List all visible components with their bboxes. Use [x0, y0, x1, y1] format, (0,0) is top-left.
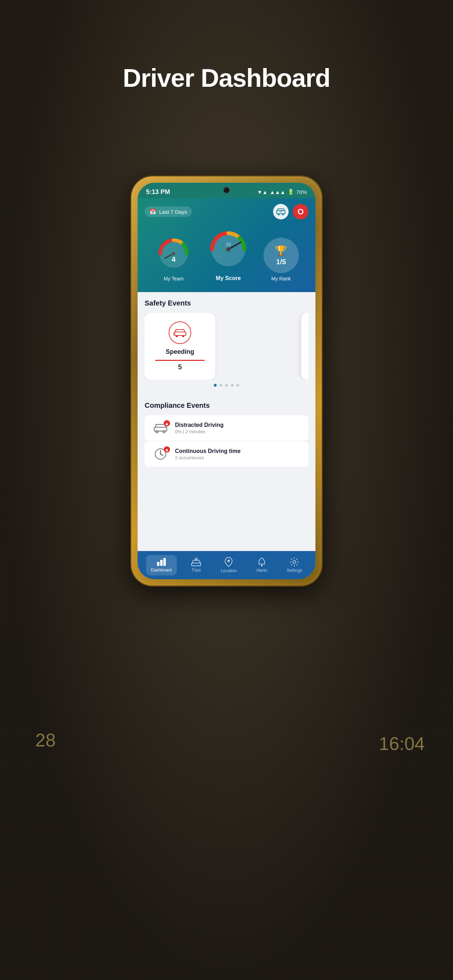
- nav-alerts[interactable]: Alerts: [251, 555, 272, 576]
- location-nav-icon: [225, 557, 232, 567]
- safety-events-section: Safety Events: [138, 292, 315, 395]
- continuous-driving-detail: 2 occurrences: [175, 455, 301, 460]
- svg-rect-18: [154, 427, 167, 431]
- nav-settings[interactable]: Settings: [282, 555, 307, 576]
- safety-cards-container: Speeding 5: [145, 313, 308, 380]
- svg-rect-26: [160, 560, 163, 566]
- svg-point-1: [278, 214, 280, 216]
- speeding-label: Speeding: [165, 348, 194, 356]
- svg-point-19: [156, 431, 158, 433]
- date-filter-label: Last 7 Days: [159, 209, 187, 215]
- svg-point-33: [227, 560, 230, 562]
- rank-value: 1/5: [276, 258, 286, 266]
- speeding-card[interactable]: Speeding 5: [145, 313, 215, 380]
- nav-location-label: Location: [221, 568, 237, 573]
- my-team-gauge: 4: [154, 234, 193, 273]
- nav-trips[interactable]: Trips: [186, 555, 206, 575]
- nav-trips-label: Trips: [192, 568, 201, 573]
- dot-5: [236, 384, 239, 387]
- nav-dashboard-label: Dashboard: [151, 568, 172, 573]
- battery-percent: 70%: [296, 189, 307, 195]
- bg-number-right: 16:04: [379, 733, 425, 754]
- app-header: 📅 Last 7 Days: [138, 198, 315, 292]
- speeding-icon-circle: [168, 321, 191, 344]
- continuous-driving-name: Continuous Driving time: [175, 448, 301, 454]
- svg-point-15: [182, 335, 184, 337]
- carousel-dots: [145, 380, 308, 391]
- bg-number-left: 28: [35, 730, 56, 751]
- safety-events-title: Safety Events: [145, 299, 308, 307]
- compliance-events-section: Compliance Events: [138, 395, 315, 470]
- calendar-icon: 📅: [149, 208, 156, 215]
- car-icon: [276, 208, 285, 216]
- date-filter-button[interactable]: 📅 Last 7 Days: [145, 206, 192, 217]
- my-rank-label: My Rank: [271, 276, 291, 282]
- status-time: 5:13 PM: [146, 188, 170, 196]
- my-score-label: My Score: [216, 275, 241, 282]
- svg-point-35: [293, 560, 296, 563]
- continuous-driving-info: Continuous Driving time 2 occurrences: [175, 448, 301, 460]
- warning-badge-1: ▲: [164, 420, 170, 426]
- speeding-car-icon: [173, 328, 186, 337]
- svg-point-7: [172, 252, 175, 255]
- record-button[interactable]: [293, 204, 308, 220]
- my-rank-card: 🏆 1/5 My Rank: [264, 238, 299, 282]
- alerts-nav-icon: [258, 557, 265, 566]
- app-screen: 5:13 PM ▼▲ ▲▲▲ 🔋 70% 📅 Last 7 Days: [138, 183, 315, 579]
- svg-point-20: [163, 431, 165, 433]
- camera-notch: [223, 187, 230, 193]
- status-icons: ▼▲ ▲▲▲ 🔋 70%: [257, 189, 307, 195]
- distracted-driving-info: Distracted Driving 0% | 2 minutes: [175, 422, 301, 434]
- svg-rect-13: [174, 332, 186, 336]
- svg-point-14: [176, 335, 178, 337]
- distracted-driving-name: Distracted Driving: [175, 422, 301, 428]
- partial-next-card: [301, 313, 308, 380]
- svg-text:4: 4: [172, 255, 176, 263]
- bottom-nav: Dashboard Trips: [138, 551, 315, 579]
- nav-dashboard[interactable]: Dashboard: [146, 555, 177, 575]
- header-actions: [273, 204, 308, 220]
- car-status-button[interactable]: [273, 204, 289, 220]
- main-content: Safety Events: [138, 292, 315, 470]
- page-title: Driver Dashboard: [0, 64, 453, 92]
- svg-point-11: [226, 247, 230, 251]
- distracted-driving-detail: 0% | 2 minutes: [175, 429, 301, 434]
- continuous-driving-icon: ▲: [152, 447, 169, 461]
- my-team-card: 4 My Team: [154, 234, 193, 282]
- svg-point-24: [160, 453, 161, 455]
- warning-badge-2: ▲: [164, 446, 170, 453]
- record-icon: [297, 208, 304, 215]
- distracted-driving-item[interactable]: ▲ Distracted Driving 0% | 2 minutes: [145, 415, 308, 441]
- settings-nav-icon: [290, 557, 299, 566]
- dot-1: [214, 384, 217, 387]
- dashboard-nav-icon: [157, 558, 166, 566]
- phone-inner: 5:13 PM ▼▲ ▲▲▲ 🔋 70% 📅 Last 7 Days: [138, 183, 315, 579]
- compliance-list: ▲ Distracted Driving 0% | 2 minutes: [145, 415, 308, 467]
- svg-point-2: [282, 214, 284, 216]
- score-row: 4 My Team: [145, 226, 308, 282]
- rank-display: 🏆 1/5: [264, 238, 299, 273]
- signal-icon: ▲▲▲: [270, 189, 285, 195]
- svg-point-34: [261, 565, 262, 566]
- svg-rect-0: [277, 211, 285, 214]
- continuous-driving-item[interactable]: ▲ Continuous Driving time 2 occurrences: [145, 441, 308, 467]
- header-row: 📅 Last 7 Days: [145, 204, 308, 220]
- svg-rect-25: [157, 562, 159, 566]
- nav-settings-label: Settings: [287, 568, 302, 573]
- svg-point-31: [195, 558, 197, 560]
- dot-4: [231, 384, 234, 387]
- my-score-card: 10 My Score: [205, 226, 251, 282]
- nav-location[interactable]: Location: [216, 554, 242, 576]
- trophy-icon: 🏆: [275, 245, 287, 256]
- my-score-gauge: 10: [205, 226, 251, 272]
- dot-2: [219, 384, 222, 387]
- wifi-icon: ▼▲: [257, 189, 268, 195]
- svg-rect-27: [163, 558, 166, 566]
- svg-point-4: [299, 210, 302, 213]
- phone-shell: 5:13 PM ▼▲ ▲▲▲ 🔋 70% 📅 Last 7 Days: [131, 177, 322, 585]
- trips-nav-icon: [191, 558, 201, 566]
- distracted-driving-icon: ▲: [152, 421, 169, 435]
- battery-icon: 🔋: [288, 189, 294, 195]
- safety-cards-list: Speeding 5: [145, 313, 308, 380]
- compliance-events-title: Compliance Events: [145, 401, 308, 410]
